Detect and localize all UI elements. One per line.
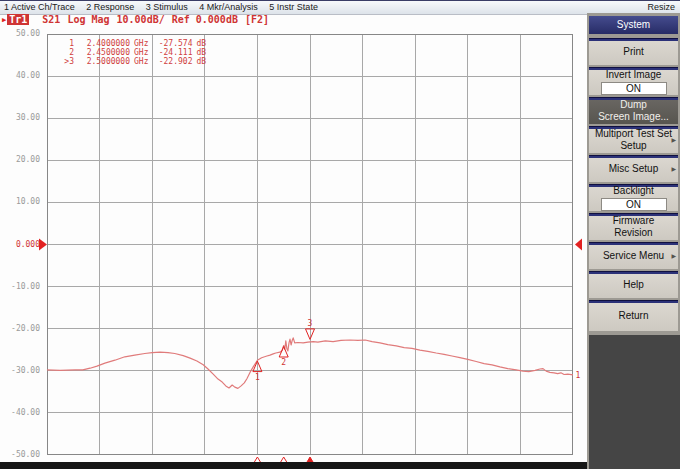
- marker-row-1: 12.4000000GHz-27.574dB: [60, 39, 206, 48]
- resize-button[interactable]: Resize: [647, 1, 675, 13]
- marker-value-unit: dB: [196, 48, 206, 57]
- y-tick-label: 50.00: [0, 29, 40, 39]
- marker-row-2: 22.4500000GHz-24.111dB: [60, 48, 206, 57]
- y-tick-label: -40.00: [0, 408, 40, 418]
- softkey-help[interactable]: Help: [589, 271, 678, 298]
- marker-frequency: 2.4500000: [78, 48, 130, 57]
- marker-value: -24.111: [152, 48, 192, 57]
- svg-text:2: 2: [281, 358, 286, 367]
- marker-freq-unit: GHz: [134, 57, 148, 66]
- status-scale: 10.00dB/: [117, 14, 165, 25]
- menu-active-ch-trace[interactable]: 1 Active Ch/Trace: [4, 1, 75, 13]
- status-reference: Ref 0.000dB: [172, 14, 238, 25]
- softkey-firmware-revision[interactable]: Firmware Revision: [589, 213, 678, 240]
- marker-value-unit: dB: [196, 39, 206, 48]
- active-trace-pointer-icon: ▶: [2, 16, 6, 24]
- status-format: Log Mag: [67, 14, 109, 25]
- svg-text:1: 1: [255, 373, 260, 382]
- y-tick-label: 10.00: [0, 197, 40, 207]
- submenu-arrow-icon: ▶: [671, 165, 676, 172]
- softkey-multiport-test-set-setup[interactable]: Multiport Test Set Setup ▶: [589, 126, 678, 153]
- plot-area: 1123: [47, 34, 573, 455]
- y-tick-label: -50.00: [0, 450, 40, 460]
- marker-number: 1: [60, 39, 74, 48]
- menu-bar: 1 Active Ch/Trace 2 Response 3 Stimulus …: [0, 0, 680, 15]
- softkey-return[interactable]: Return: [589, 300, 678, 331]
- softkey-system[interactable]: System: [589, 16, 678, 34]
- trace-status-line: ▶Tr1 S21Log Mag10.00dB/Ref 0.000dB[F2]: [2, 14, 269, 26]
- y-tick-label: 0.000: [0, 240, 40, 250]
- softkey-blank-area: [589, 335, 680, 469]
- y-tick-label: 20.00: [0, 155, 40, 165]
- marker-freq-unit: GHz: [134, 39, 148, 48]
- softkey-menu: System Print Invert Image ON Dump Screen…: [587, 13, 680, 469]
- marker-table: 12.4000000GHz-27.574dB 22.4500000GHz-24.…: [60, 39, 206, 66]
- softkey-backlight[interactable]: Backlight ON: [589, 184, 678, 211]
- submenu-arrow-icon: ▶: [671, 136, 676, 143]
- bottom-bar: [0, 462, 587, 469]
- softkey-service-menu[interactable]: Service Menu ▶: [589, 242, 678, 269]
- menu-instr-state[interactable]: 5 Instr State: [269, 1, 318, 13]
- menu-response[interactable]: 2 Response: [86, 1, 134, 13]
- svg-text:1: 1: [576, 371, 581, 380]
- marker-freq-unit: GHz: [134, 48, 148, 57]
- instrument-screen: 1 Active Ch/Trace 2 Response 3 Stimulus …: [0, 0, 680, 469]
- marker-number: >3: [60, 57, 74, 66]
- y-tick-label: -10.00: [0, 282, 40, 292]
- marker-value: -22.902: [152, 57, 192, 66]
- marker-value-unit: dB: [196, 57, 206, 66]
- softkey-dump-screen-image[interactable]: Dump Screen Image...: [589, 97, 678, 124]
- menu-stimulus[interactable]: 3 Stimulus: [146, 1, 188, 13]
- invert-image-state: ON: [601, 82, 667, 95]
- y-tick-label: 40.00: [0, 71, 40, 81]
- marker-value: -27.574: [152, 39, 192, 48]
- submenu-arrow-icon: ▶: [671, 252, 676, 259]
- menu-mkr-analysis[interactable]: 4 Mkr/Analysis: [199, 1, 258, 13]
- marker-frequency: 2.4000000: [78, 39, 130, 48]
- y-tick-label: -20.00: [0, 324, 40, 334]
- status-channel-state: [F2]: [245, 14, 269, 25]
- marker-frequency: 2.5000000: [78, 57, 130, 66]
- y-tick-label: 30.00: [0, 113, 40, 123]
- backlight-state: ON: [601, 198, 667, 211]
- trace-badge[interactable]: Tr1: [7, 14, 29, 25]
- y-tick-label: -30.00: [0, 366, 40, 376]
- softkey-invert-image[interactable]: Invert Image ON: [589, 67, 678, 95]
- marker-number: 2: [60, 48, 74, 57]
- softkey-print[interactable]: Print: [589, 38, 678, 65]
- marker-row-3: >32.5000000GHz-22.902dB: [60, 57, 206, 66]
- status-measurement: S21: [42, 14, 60, 25]
- softkey-misc-setup[interactable]: Misc Setup ▶: [589, 155, 678, 182]
- svg-text:3: 3: [308, 319, 313, 328]
